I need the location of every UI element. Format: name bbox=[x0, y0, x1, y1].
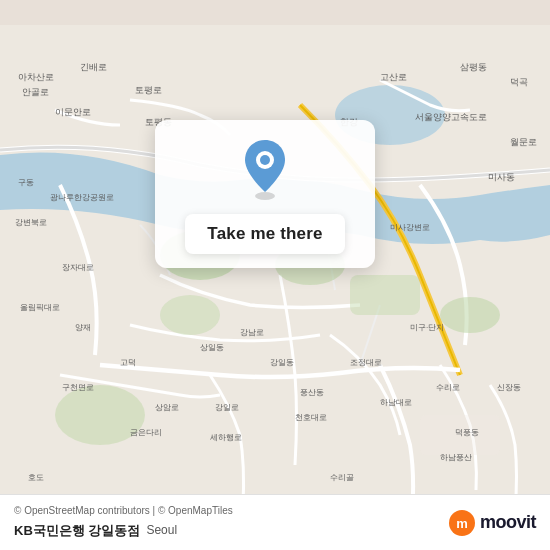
svg-text:아차산로: 아차산로 bbox=[18, 72, 54, 82]
svg-text:세하행로: 세하행로 bbox=[210, 433, 242, 442]
svg-text:강남로: 강남로 bbox=[240, 328, 264, 337]
svg-text:미사동: 미사동 bbox=[488, 172, 515, 182]
map-attribution: © OpenStreetMap contributors | © OpenMap… bbox=[14, 505, 233, 516]
moovit-brand-icon: m bbox=[448, 509, 476, 537]
svg-text:긴배로: 긴배로 bbox=[80, 62, 107, 72]
bottom-left-section: © OpenStreetMap contributors | © OpenMap… bbox=[14, 505, 233, 540]
svg-text:강변북로: 강변북로 bbox=[15, 218, 47, 227]
place-city: Seoul bbox=[146, 523, 177, 537]
svg-text:미구·단지: 미구·단지 bbox=[410, 323, 444, 332]
svg-text:수리골: 수리골 bbox=[330, 473, 354, 482]
svg-text:삼평동: 삼평동 bbox=[460, 62, 487, 72]
svg-rect-4 bbox=[350, 275, 420, 315]
take-me-there-button[interactable]: Take me there bbox=[185, 214, 344, 254]
map-background: 아차산로 안골로 긴배로 토평로 이문안로 고산로 삼평동 덕곡 토평동 한강 … bbox=[0, 0, 550, 550]
svg-text:미사강변로: 미사강변로 bbox=[390, 223, 430, 232]
svg-text:덕곡: 덕곡 bbox=[510, 77, 528, 87]
svg-point-50 bbox=[255, 192, 275, 200]
svg-text:고덕: 고덕 bbox=[120, 358, 136, 367]
svg-text:하남대로: 하남대로 bbox=[380, 398, 412, 407]
svg-text:구동: 구동 bbox=[18, 178, 34, 187]
svg-text:구천면로: 구천면로 bbox=[62, 383, 94, 392]
svg-text:월문로: 월문로 bbox=[510, 137, 537, 147]
moovit-logo: m moovit bbox=[448, 509, 536, 537]
svg-text:조정대로: 조정대로 bbox=[350, 358, 382, 367]
svg-text:상암로: 상암로 bbox=[155, 403, 179, 412]
svg-point-52 bbox=[260, 155, 270, 165]
svg-text:수리로: 수리로 bbox=[436, 383, 460, 392]
svg-text:하남풍산: 하남풍산 bbox=[440, 453, 472, 462]
svg-point-7 bbox=[160, 295, 220, 335]
map-pin-icon bbox=[239, 138, 291, 200]
svg-text:서울양양고속도로: 서울양양고속도로 bbox=[415, 112, 487, 122]
svg-text:금은다리: 금은다리 bbox=[130, 428, 162, 437]
svg-text:안골로: 안골로 bbox=[22, 87, 49, 97]
svg-text:덕풍동: 덕풍동 bbox=[455, 428, 479, 437]
svg-text:m: m bbox=[456, 516, 468, 531]
svg-text:호도: 호도 bbox=[28, 473, 44, 482]
svg-text:광나루한강공원로: 광나루한강공원로 bbox=[50, 193, 114, 202]
svg-text:상일동: 상일동 bbox=[200, 343, 224, 352]
map-container: 아차산로 안골로 긴배로 토평로 이문안로 고산로 삼평동 덕곡 토평동 한강 … bbox=[0, 0, 550, 550]
location-card: Take me there bbox=[155, 120, 375, 268]
svg-point-5 bbox=[440, 297, 500, 333]
svg-text:천호대로: 천호대로 bbox=[295, 413, 327, 422]
svg-text:장자대로: 장자대로 bbox=[62, 263, 94, 272]
svg-text:토평로: 토평로 bbox=[135, 85, 162, 95]
svg-text:풍산동: 풍산동 bbox=[300, 388, 324, 397]
svg-text:고산로: 고산로 bbox=[380, 72, 407, 82]
svg-text:강일동: 강일동 bbox=[270, 358, 294, 367]
svg-text:양재: 양재 bbox=[75, 323, 91, 332]
svg-text:올림픽대로: 올림픽대로 bbox=[20, 303, 60, 312]
moovit-brand-name: moovit bbox=[480, 512, 536, 533]
svg-text:이문안로: 이문안로 bbox=[55, 107, 91, 117]
place-name: KB국민은행 강일동점 bbox=[14, 522, 140, 540]
svg-text:신장동: 신장동 bbox=[497, 383, 521, 392]
bottom-bar: © OpenStreetMap contributors | © OpenMap… bbox=[0, 494, 550, 550]
svg-text:강일로: 강일로 bbox=[215, 403, 239, 412]
